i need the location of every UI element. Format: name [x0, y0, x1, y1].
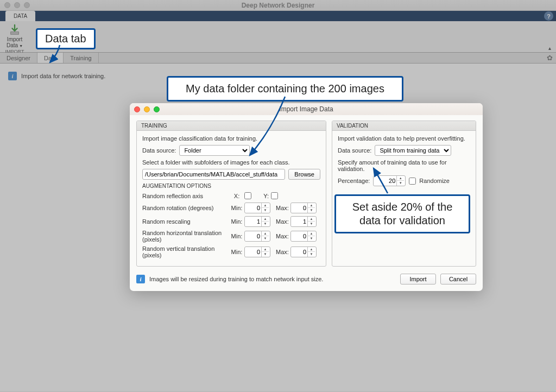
training-data-source-select[interactable]: Folder: [179, 145, 250, 156]
import-button[interactable]: Import: [400, 274, 436, 284]
cancel-button[interactable]: Cancel: [440, 274, 476, 284]
min-label-1: Min:: [229, 205, 244, 211]
reflect-x-checkbox[interactable]: [244, 192, 251, 199]
validation-panel: VALIDATION Import validation data to hel…: [332, 121, 476, 267]
percentage-spinner[interactable]: ▲▼: [373, 175, 406, 186]
training-header: TRAINING: [137, 121, 326, 131]
dialog-title: Import Image Data: [130, 105, 483, 113]
validation-data-source-select[interactable]: Split from training data: [375, 145, 451, 156]
training-panel: TRAINING Import image classification dat…: [136, 121, 326, 267]
augmentation-header: AUGMENTATION OPTIONS: [142, 183, 320, 189]
x-axis-label: X:: [229, 193, 244, 199]
reflection-label: Random reflection axis: [142, 193, 229, 199]
rescaling-label: Random rescaling: [142, 218, 229, 225]
percentage-label: Percentage:: [338, 178, 370, 184]
validation-intro: Import validation data to help prevent o…: [338, 135, 470, 142]
callout-validation: Set aside 20% of the data for validation: [334, 194, 470, 233]
max-label-1: Max:: [274, 205, 290, 211]
rescaling-min-spinner[interactable]: ▲▼: [244, 216, 270, 227]
rotation-max-spinner[interactable]: ▲▼: [290, 203, 317, 213]
reflect-y-checkbox[interactable]: [271, 192, 278, 199]
training-data-source-label: Data source:: [142, 147, 176, 154]
callout-data-tab: Data tab: [36, 28, 96, 49]
browse-button[interactable]: Browse: [288, 169, 320, 180]
spin-down-icon[interactable]: ▼: [262, 208, 269, 213]
validation-specify-label: Specify amount of training data to use f…: [338, 159, 470, 172]
info-icon: i: [136, 275, 145, 283]
rotation-label: Random rotation (degrees): [142, 205, 229, 211]
footer-note: Images will be resized during training t…: [149, 276, 396, 282]
htrans-label: Random horizontal translation (pixels): [142, 230, 229, 243]
callout-folder: My data folder containing the 200 images: [167, 76, 403, 102]
validation-header: VALIDATION: [332, 121, 476, 131]
vtrans-label: Random vertical translation (pixels): [142, 245, 229, 258]
vtrans-max-spinner[interactable]: ▲▼: [290, 246, 317, 257]
dialog-titlebar: Import Image Data: [130, 103, 483, 115]
y-axis-label: Y:: [251, 193, 271, 199]
validation-data-source-label: Data source:: [338, 147, 371, 154]
folder-path-input[interactable]: [142, 169, 285, 180]
htrans-max-spinner[interactable]: ▲▼: [290, 231, 317, 242]
rotation-min-spinner[interactable]: ▲▼: [244, 203, 270, 213]
htrans-min-spinner[interactable]: ▲▼: [244, 231, 270, 242]
select-folder-label: Select a folder with subfolders of image…: [142, 159, 320, 166]
vtrans-min-spinner[interactable]: ▲▼: [244, 246, 270, 257]
training-intro: Import image classification data for tra…: [142, 135, 320, 142]
randomize-checkbox[interactable]: [409, 178, 416, 185]
rescaling-max-spinner[interactable]: ▲▼: [290, 216, 317, 227]
spin-up-icon[interactable]: ▲: [262, 203, 269, 208]
randomize-label: Randomize: [419, 178, 450, 184]
